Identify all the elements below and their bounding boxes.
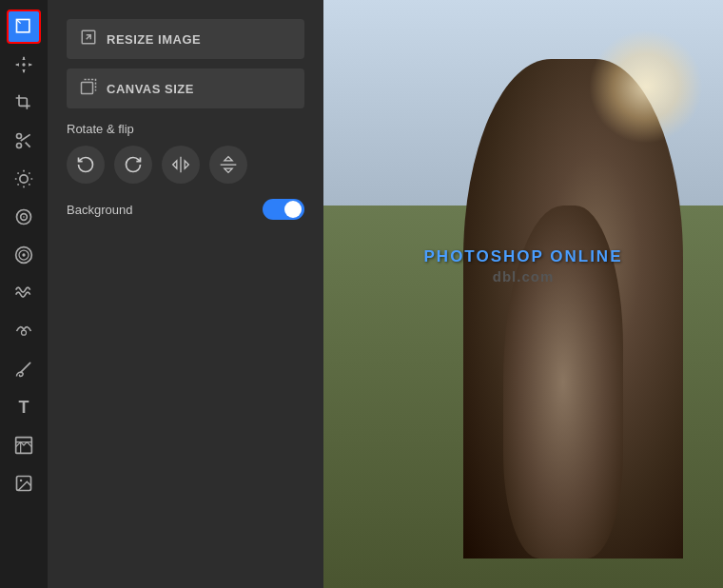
transform-tool[interactable] <box>7 10 41 44</box>
svg-point-10 <box>20 175 28 183</box>
scissors-tool[interactable] <box>7 124 41 158</box>
image-icon <box>14 474 33 493</box>
heal-icon <box>14 322 33 341</box>
rotate-flip-row <box>67 146 304 184</box>
watermark-container: PHOTOSHOP ONLINE dbl.com <box>323 247 723 284</box>
photo-container: PHOTOSHOP ONLINE dbl.com <box>323 0 723 588</box>
rotate-right-button[interactable] <box>114 146 152 184</box>
overlay-tool[interactable] <box>7 428 41 462</box>
image-tool[interactable] <box>7 466 41 500</box>
svg-point-6 <box>17 134 22 139</box>
filter-icon <box>14 207 33 226</box>
svg-marker-4 <box>16 63 19 66</box>
brush-tool[interactable] <box>7 352 41 386</box>
transform-icon <box>14 17 33 36</box>
wave-icon <box>14 284 33 303</box>
flip-horizontal-icon <box>171 155 190 174</box>
move-icon <box>14 55 33 74</box>
vignette-icon <box>14 245 33 265</box>
flip-horizontal-button[interactable] <box>162 146 200 184</box>
flip-vertical-button[interactable] <box>209 146 247 184</box>
crop-tool[interactable] <box>7 86 41 120</box>
rotate-right-icon <box>124 155 143 174</box>
light-flare <box>589 29 703 144</box>
heal-tool[interactable] <box>7 314 41 348</box>
filter-tool[interactable] <box>7 200 41 234</box>
panel-area: RESIZE IMAGE CANVAS SIZE Rotate & flip <box>48 0 323 588</box>
brush-icon <box>14 360 33 379</box>
watermark-line1: PHOTOSHOP ONLINE <box>323 247 723 266</box>
svg-point-16 <box>22 253 25 256</box>
text-icon: T <box>19 398 29 418</box>
wave-tool[interactable] <box>7 276 41 310</box>
rotate-left-button[interactable] <box>67 146 105 184</box>
svg-point-13 <box>23 216 25 218</box>
move-tool[interactable] <box>7 48 41 82</box>
svg-marker-5 <box>29 63 31 66</box>
svg-point-7 <box>17 144 22 148</box>
toggle-knob <box>284 201 302 218</box>
background-label: Background <box>67 203 132 217</box>
brightness-tool[interactable] <box>7 162 41 196</box>
canvas-area: PHOTOSHOP ONLINE dbl.com <box>323 0 723 588</box>
svg-point-22 <box>20 480 22 482</box>
rotate-flip-section-title: Rotate & flip <box>67 122 304 136</box>
flip-vertical-icon <box>219 155 238 174</box>
svg-rect-24 <box>82 83 93 94</box>
overlay-icon <box>14 436 33 455</box>
svg-marker-2 <box>22 57 25 60</box>
svg-line-9 <box>26 143 30 147</box>
brightness-icon <box>14 169 33 188</box>
watermark-line2: dbl.com <box>323 268 723 284</box>
text-tool[interactable]: T <box>7 390 41 424</box>
resize-image-label: RESIZE IMAGE <box>107 32 201 47</box>
vignette-tool[interactable] <box>7 238 41 272</box>
background-toggle[interactable] <box>263 199 304 220</box>
resize-image-icon <box>80 29 97 49</box>
resize-image-button[interactable]: RESIZE IMAGE <box>67 19 304 59</box>
scissors-icon <box>14 131 33 150</box>
canvas-size-label: CANVAS SIZE <box>107 82 194 96</box>
canvas-size-icon <box>80 78 97 99</box>
crop-icon <box>14 93 33 112</box>
canvas-size-button[interactable]: CANVAS SIZE <box>67 69 304 108</box>
rotate-left-icon <box>76 155 95 174</box>
svg-marker-3 <box>22 69 25 72</box>
background-row: Background <box>67 199 304 220</box>
left-toolbar: T <box>0 0 48 588</box>
